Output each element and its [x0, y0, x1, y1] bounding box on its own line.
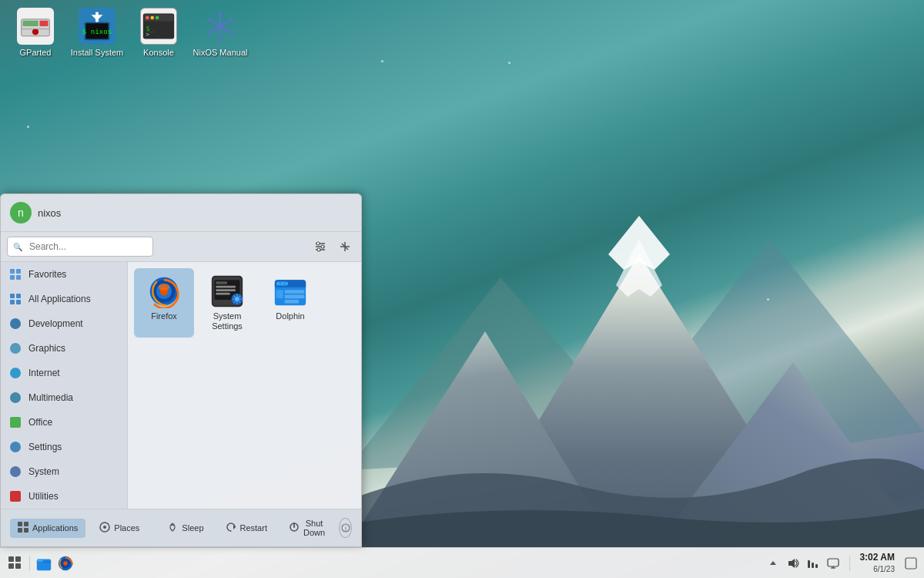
firefox-label: Firefox — [151, 311, 177, 321]
tray-minimize-btn[interactable] — [904, 556, 918, 570]
user-avatar: n — [10, 202, 32, 223]
system-label: System — [28, 466, 59, 477]
desktop-icon-konsole[interactable]: $_ > Konsole — [131, 8, 186, 58]
menu-settings-btn[interactable] — [310, 237, 330, 257]
svg-rect-73 — [216, 289, 236, 291]
svg-rect-112 — [815, 564, 818, 568]
menu-body: Favorites All Applications — [1, 262, 361, 509]
svg-marker-4 — [616, 239, 662, 297]
taskbar-apps-grid-btn[interactable] — [6, 554, 25, 573]
footer-restart-btn[interactable]: Restart — [218, 519, 275, 538]
tray-expand-btn[interactable] — [766, 556, 780, 570]
sidebar-item-graphics[interactable]: Graphics — [1, 336, 127, 361]
desktop-icon-nixos-manual[interactable]: NixOS Manual — [192, 8, 248, 58]
svg-point-56 — [10, 442, 21, 452]
restart-icon — [226, 522, 236, 535]
sidebar-item-office[interactable]: Office — [1, 410, 127, 435]
dolphin-app-icon — [273, 274, 307, 308]
utilities-icon — [8, 489, 22, 503]
desktop: GParted $ nixos Install System $_ — [0, 0, 924, 578]
svg-rect-87 — [285, 300, 299, 304]
svg-rect-45 — [10, 275, 15, 280]
desktop-icon-install-system[interactable]: $ nixos Install System — [69, 8, 125, 58]
development-label: Development — [28, 318, 83, 329]
all-applications-label: All Applications — [28, 294, 91, 304]
svg-marker-5 — [346, 331, 616, 547]
svg-rect-90 — [18, 528, 22, 533]
svg-rect-72 — [216, 286, 236, 288]
taskbar-file-manager-btn[interactable] — [35, 554, 53, 573]
desktop-dot — [767, 298, 769, 301]
sidebar-item-favorites[interactable]: Favorites — [1, 262, 127, 287]
footer-sleep-btn[interactable]: Sleep — [159, 519, 211, 538]
menu-pin-btn[interactable] — [335, 237, 355, 257]
svg-rect-44 — [16, 269, 21, 274]
svg-rect-9 — [40, 21, 49, 26]
taskbar-firefox-btn[interactable] — [56, 554, 75, 573]
footer-more-btn[interactable]: i — [339, 518, 352, 538]
svg-rect-49 — [10, 300, 15, 304]
svg-rect-50 — [16, 300, 21, 304]
clock-date: 6/1/23 — [859, 564, 895, 574]
taskbar: 3:02 AM 6/1/23 — [0, 547, 924, 578]
svg-marker-0 — [346, 277, 654, 470]
svg-rect-99 — [8, 556, 14, 562]
svg-rect-89 — [24, 522, 28, 526]
footer-shutdown-btn[interactable]: Shut Down — [281, 516, 333, 540]
svg-point-21 — [150, 16, 154, 20]
svg-rect-86 — [285, 295, 305, 299]
svg-marker-108 — [770, 561, 776, 565]
svg-point-57 — [10, 466, 21, 477]
office-icon — [8, 415, 22, 429]
svg-point-30 — [207, 18, 211, 22]
taskbar-left — [6, 554, 75, 573]
app-item-dolphin[interactable]: Dolphin — [260, 268, 320, 338]
system-icon — [8, 465, 22, 479]
svg-point-53 — [10, 368, 21, 378]
svg-rect-43 — [10, 269, 15, 274]
svg-marker-1 — [578, 239, 924, 486]
menu-footer: Applications Places — [1, 509, 361, 546]
svg-point-33 — [229, 31, 233, 35]
footer-applications-btn[interactable]: Applications — [10, 519, 85, 538]
svg-point-52 — [10, 343, 21, 354]
konsole-label: Konsole — [143, 48, 174, 58]
sidebar-item-utilities[interactable]: Utilities — [1, 484, 127, 509]
footer-places-btn[interactable]: Places — [92, 519, 147, 538]
sleep-footer-label: Sleep — [182, 523, 203, 533]
username: nixos — [38, 207, 352, 219]
internet-icon — [8, 366, 22, 380]
settings-label: Settings — [28, 442, 62, 452]
svg-rect-113 — [828, 559, 839, 566]
sidebar-item-all-applications[interactable]: All Applications — [1, 287, 127, 311]
app-item-system-settings[interactable]: System Settings — [197, 268, 257, 338]
tray-network-icon[interactable] — [806, 556, 820, 570]
app-item-firefox[interactable]: Firefox — [134, 268, 194, 338]
sidebar-item-multimedia[interactable]: Multimedia — [1, 385, 127, 410]
install-system-label: Install System — [71, 48, 123, 58]
svg-rect-17 — [95, 12, 99, 22]
app-menu: n nixos — [0, 193, 362, 547]
svg-rect-102 — [15, 563, 21, 569]
utilities-label: Utilities — [28, 491, 59, 502]
sidebar-item-settings[interactable]: Settings — [1, 435, 127, 459]
all-apps-icon — [8, 292, 22, 306]
sidebar-item-internet[interactable]: Internet — [1, 361, 127, 385]
graphics-icon — [8, 341, 22, 355]
svg-text:$ nixos: $ nixos — [82, 27, 112, 35]
tray-display-icon[interactable] — [826, 556, 840, 570]
svg-point-81 — [277, 282, 280, 285]
search-input[interactable] — [7, 237, 153, 257]
svg-point-93 — [103, 526, 106, 529]
desktop-icon-gparted[interactable]: GParted — [8, 8, 63, 58]
svg-point-39 — [317, 248, 320, 251]
clock-area[interactable]: 3:02 AM 6/1/23 — [859, 552, 895, 574]
restart-footer-label: Restart — [240, 523, 267, 533]
tray-volume-icon[interactable] — [786, 556, 800, 570]
svg-point-20 — [146, 16, 149, 20]
sidebar-item-development[interactable]: Development — [1, 311, 127, 336]
sidebar-item-system[interactable]: System — [1, 459, 127, 484]
svg-point-28 — [219, 12, 223, 15]
search-wrap — [7, 237, 306, 257]
svg-rect-47 — [10, 294, 15, 298]
